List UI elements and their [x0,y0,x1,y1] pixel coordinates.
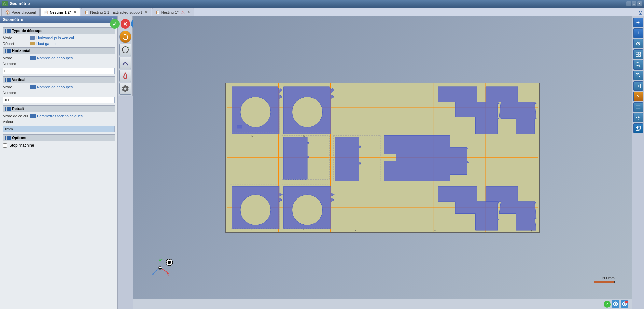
section-vertical-label: Vertical [12,78,25,82]
svg-point-14 [292,97,322,127]
move-icon [635,115,641,120]
vertical-mode-label: Mode [3,85,30,89]
tab-home[interactable]: 🏠 Page d'accueil [1,8,40,16]
main-area: Géométrie ✕ Type de découpe Mode H [0,16,644,309]
params-techno-link[interactable]: Paramètres technologiques [37,114,83,118]
tab-nesting1[interactable]: 📋 Nesting 1* ⚠ ✕ [152,8,194,16]
list-button[interactable] [633,102,643,112]
svg-rect-47 [636,55,638,56]
zoom-fit-button[interactable] [633,81,643,91]
svg-rect-48 [638,55,640,56]
tab-nesting1extracted-label: Nesting 1 1 - Extracted support [90,10,142,14]
title-bar-title: Géométrie [10,1,626,6]
vertical-nombre-input[interactable] [3,97,115,103]
haut-gauche-link[interactable]: Haut gauche [36,42,57,46]
search-minus-button[interactable] [633,71,643,80]
tab-bar: 🏠 Page d'accueil 📋 Nesting 1 2* ✕ 📋 Nest… [0,8,644,16]
search-icon [635,62,641,68]
title-bar-controls: ─ □ ✕ [626,1,642,6]
horizontal-mode-label: Mode [3,56,30,60]
view-svg-2: ! [621,300,628,308]
help-button[interactable]: ? [633,92,643,101]
nombre-decoupes-h-link[interactable]: Nombre de découpes [37,56,73,60]
retrait-valeur-label: Valeur [3,120,30,124]
retrait-valeur-input[interactable] [3,126,115,132]
canvas-content: L L L L $ $ $ 200mm [133,16,632,299]
view-icon-2[interactable]: ! [621,300,628,308]
section-options-icon [5,136,11,140]
svg-point-40 [168,261,171,264]
tab-nesting2-close[interactable]: ✕ [74,10,76,14]
stop-machine-checkbox[interactable] [3,143,7,148]
section-retrait-label: Retrait [12,107,24,111]
horizontal-nombre-input[interactable] [3,68,115,74]
view-button[interactable] [633,39,643,48]
tool-action-area: ✓ ✕ ? ✓ [118,16,133,96]
type-decoupe-depart-label: Départ [3,42,30,46]
section-horizontal: Horizontal [3,47,115,54]
search-button[interactable] [633,60,643,70]
settings-icon [121,85,129,93]
move-button[interactable] [633,113,643,122]
retrait-valeur-row: Valeur [3,120,115,124]
section-retrait: Retrait [3,105,115,112]
svg-text:X: X [168,274,170,277]
retrait-valeur-input-container [3,126,115,132]
close-button[interactable]: ✕ [637,1,642,6]
svg-text:Y: Y [161,258,163,261]
type-decoupe-depart-value: Haut gauche [30,42,115,46]
horizontal-mode-value: Nombre de découpes [30,56,115,60]
type-decoupe-mode-label: Mode [3,36,30,40]
vertical-nombre-row: Nombre [3,91,115,95]
horizontal-vertical-link[interactable]: Horizontal puis vertical [36,36,74,40]
minimize-button[interactable]: ─ [626,1,631,6]
section-horizontal-label: Horizontal [12,49,30,53]
section-options: Options [3,134,115,141]
horizontal-nombre-label: Nombre [3,62,30,66]
maximize-button[interactable]: □ [632,1,636,6]
retrait-mode-label: Mode de calcul [3,114,30,118]
type-decoupe-mode-value: Horizontal puis vertical [30,36,115,40]
left-panel-title-text: Géométrie [3,17,23,22]
vertical-mode-value: Nombre de découpes [30,85,115,89]
add-button-1[interactable]: + [633,18,643,27]
canvas-bottom: ✓ ! [133,299,632,309]
cut-tool-button[interactable] [119,70,131,82]
tab-expand-button[interactable]: ⊻ [639,11,642,16]
tab-nesting1extracted[interactable]: 📋 Nesting 1 1 - Extracted support ✕ [81,8,151,16]
undo-tool-button[interactable] [119,31,131,43]
stop-machine-label: Stop machine [9,143,34,148]
check-button[interactable]: ✓ [110,19,120,29]
section-vertical: Vertical [3,76,115,83]
retrait-mode-row: Mode de calcul Paramètres technologiques [3,114,115,118]
svg-rect-62 [637,126,640,129]
svg-rect-13 [237,126,242,128]
svg-point-49 [636,63,639,66]
vertical-nombre-input-container [3,97,115,103]
svg-text:L: L [303,134,305,137]
list-icon [635,104,641,110]
section-type-decoupe-label: Type de découpe [12,29,42,33]
grid-button[interactable] [633,49,643,59]
tab-nesting1extracted-close[interactable]: ✕ [145,10,148,14]
add-button-2[interactable]: + [633,28,643,38]
horizontal-mode-icon [30,56,36,60]
tab-bar-right: ⊻ [639,11,644,16]
settings-tool-button[interactable] [119,83,131,95]
tab-nesting1-close[interactable]: ✕ [188,10,191,14]
nesting-canvas[interactable]: L L L L $ $ $ [225,83,540,233]
left-side-tools: ✓ ✕ ? ✓ [118,16,133,309]
box-button[interactable] [633,123,643,133]
horizontal-nombre-row: Nombre [3,62,115,66]
curve-tool-button[interactable] [119,57,131,69]
view-icon-1[interactable] [612,300,619,308]
nombre-decoupes-v-link[interactable]: Nombre de découpes [37,85,73,89]
scale-bar: 200mm [594,276,615,283]
cross-button[interactable]: ✕ [121,19,130,29]
validate-tool-button[interactable]: ✓ [119,44,131,56]
zoom-fit-icon [635,83,641,89]
section-type-decoupe-icon [5,29,11,33]
tab-nesting2[interactable]: 📋 Nesting 1 2* ✕ [40,8,80,16]
svg-marker-37 [152,273,154,275]
vertical-mode-row: Mode Nombre de découpes [3,85,115,89]
